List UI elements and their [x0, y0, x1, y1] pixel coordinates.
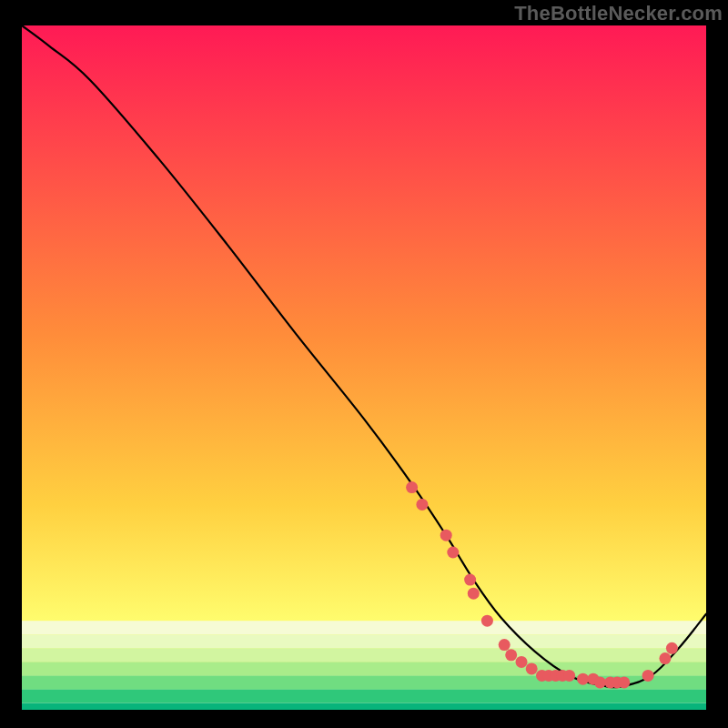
marker-dot [659, 652, 671, 664]
plot-area [22, 25, 706, 710]
chart-svg [22, 25, 706, 710]
marker-dot [505, 649, 517, 661]
marker-dot [468, 588, 480, 600]
gradient-background [22, 25, 706, 710]
band-stripe [22, 621, 706, 634]
marker-dot [577, 673, 589, 685]
band-stripe [22, 634, 706, 648]
marker-dot [440, 530, 452, 541]
marker-dot [594, 676, 606, 688]
marker-dot [526, 662, 538, 674]
band-stripe [22, 662, 706, 675]
marker-dot [666, 642, 678, 654]
marker-dot [416, 499, 428, 511]
marker-dot [406, 481, 418, 493]
chart-frame: TheBottleNecker.com [0, 0, 728, 728]
band-stripe [22, 703, 706, 711]
marker-dot [481, 615, 493, 627]
marker-dot [464, 574, 476, 586]
marker-dot [618, 676, 630, 688]
marker-dot [642, 670, 654, 682]
marker-dot [447, 547, 459, 559]
attribution-text: TheBottleNecker.com [514, 2, 723, 25]
marker-dot [516, 656, 528, 668]
band-stripe [22, 648, 706, 662]
marker-dot [499, 639, 511, 651]
band-stripe [22, 689, 706, 703]
marker-dot [563, 670, 575, 682]
bottom-green-band [22, 621, 706, 710]
